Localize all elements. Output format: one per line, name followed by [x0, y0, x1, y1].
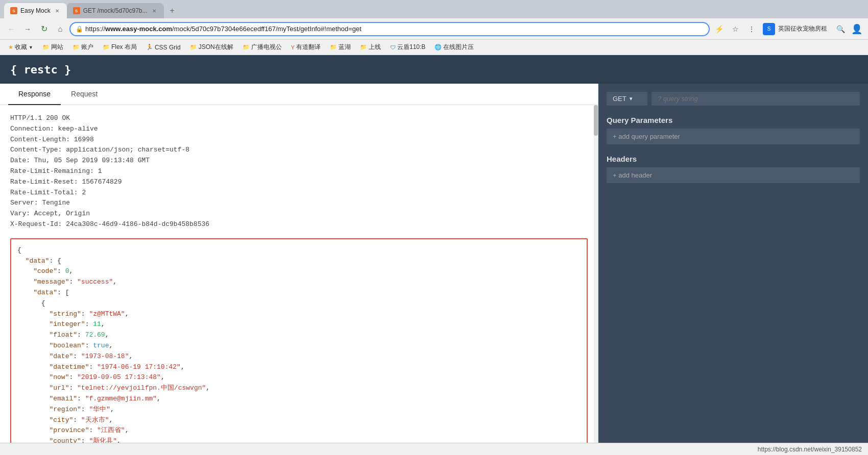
bookmark-label-8: 有道翻译 [296, 43, 321, 52]
url-input[interactable] [652, 92, 860, 106]
bookmark-online[interactable]: 📁 上线 [356, 41, 385, 53]
bookmark-label-2: 网站 [51, 43, 63, 52]
dropdown-icon: ▼ [29, 45, 33, 50]
header-line: Server: Tengine [10, 198, 588, 209]
header-line: Content-Type: application/json; charset=… [10, 145, 588, 156]
flex-icon: 📁 [103, 44, 110, 50]
nav-bar: ← → ↻ ⌂ 🔒 https://www.easy-mock.com/mock… [0, 18, 868, 40]
query-params-title: Query Parameters [607, 116, 860, 124]
extension-area: S 英国征收宠物房租 [761, 23, 831, 35]
tab-get[interactable]: S GET /mock/5d70c97b... ✕ [67, 3, 164, 18]
ext-logo: S [763, 23, 775, 35]
bookmark-label-3: 账户 [81, 43, 93, 52]
ssl-lock-icon: 🔒 [76, 26, 83, 33]
json-line: "now": "2019-09-05 17:13:48", [17, 372, 581, 383]
add-param-label: + add query parameter [613, 133, 680, 140]
right-panel: GET ▼ Query Parameters + add query param… [598, 84, 868, 443]
header-line: Vary: Accept, Origin [10, 209, 588, 219]
lanhu-icon: 📁 [330, 44, 337, 50]
bookmark-flex[interactable]: 📁 Flex 布局 [99, 41, 141, 53]
json-line: "data": { [17, 256, 581, 267]
json-line: "province": "江西省", [17, 425, 581, 436]
address-domain: www.easy-mock.com [105, 25, 172, 33]
new-tab-icon: + [170, 6, 175, 15]
header-line: Connection: keep-alive [10, 124, 588, 135]
bookmark-youdao[interactable]: Y 有道翻译 [287, 41, 325, 53]
app-header: { restc } [0, 55, 868, 84]
forward-button[interactable]: → [20, 22, 35, 36]
star-button[interactable]: ☆ [728, 22, 742, 36]
folder-icon-2: 📁 [42, 44, 50, 50]
tab-favicon-2: S [73, 7, 80, 14]
json-line: "message": "success", [17, 277, 581, 288]
json-response-box: { "data": { "code": 0, "message": "succe… [10, 238, 588, 443]
tab-request[interactable]: Request [61, 84, 108, 105]
bookmark-lanhu[interactable]: 📁 蓝湖 [326, 41, 355, 53]
tab-response[interactable]: Response [8, 84, 61, 105]
status-bar: https://blog.csdn.net/weixin_39150852 [0, 443, 868, 455]
bookmark-favorites[interactable]: ★ 收藏 ▼ [4, 41, 37, 53]
address-bar[interactable]: 🔒 https://www.easy-mock.com/mock/5d70c97… [69, 22, 710, 36]
response-tabs: Response Request [0, 84, 598, 105]
json-line: "string": "z@MTtWA", [17, 309, 581, 320]
address-protocol: https:// [85, 25, 105, 33]
response-content[interactable]: HTTP/1.1 200 OK Connection: keep-alive C… [0, 105, 598, 443]
add-header-label: + add header [613, 171, 652, 179]
method-select[interactable]: GET ▼ [607, 92, 647, 106]
query-params-section: Query Parameters + add query parameter [607, 116, 860, 144]
bookmark-label: 收藏 [15, 43, 27, 52]
json-line: "boolean": true, [17, 341, 581, 351]
header-line: HTTP/1.1 200 OK [10, 113, 588, 124]
bookmark-label-11: 云盾110:B [397, 43, 425, 52]
json-line: "code": 0, [17, 266, 581, 277]
youdao-icon: Y [291, 44, 295, 50]
left-panel: Response Request HTTP/1.1 200 OK Connect… [0, 84, 598, 443]
refresh-button[interactable]: ↻ [37, 22, 51, 36]
bookmark-label-5: CSS Grid [155, 44, 181, 51]
address-path: /mock/5d70c97b7304e66ecedff167/myTest/ge… [172, 25, 361, 33]
yunshield-icon: 🛡 [390, 44, 396, 50]
tab-bar: S Easy Mock ✕ S GET /mock/5d70c97b... ✕ … [0, 0, 868, 18]
bookmark-tv[interactable]: 📁 广播电视公 [238, 41, 286, 53]
folder-icon-3: 📁 [73, 44, 80, 50]
lightning-button[interactable]: ⚡ [712, 22, 726, 36]
more-button[interactable]: ⋮ [744, 22, 759, 36]
bookmark-cssgrid[interactable]: 🏃 CSS Grid [142, 42, 185, 53]
header-line: Rate-Limit-Remaining: 1 [10, 166, 588, 177]
bookmark-website[interactable]: 📁 网站 [38, 41, 67, 53]
search-button[interactable]: 🔍 [833, 22, 848, 36]
method-dropdown-icon: ▼ [629, 96, 634, 102]
tab-easy-mock[interactable]: S Easy Mock ✕ [4, 3, 67, 18]
add-header-button[interactable]: + add header [607, 167, 860, 183]
bookmark-label-7: 广播电视公 [251, 43, 282, 52]
json-line: "integer": 11, [17, 319, 581, 330]
add-query-param-button[interactable]: + add query parameter [607, 129, 860, 144]
browser-window: S Easy Mock ✕ S GET /mock/5d70c97b... ✕ … [0, 0, 868, 455]
bookmark-label-12: 在线图片压 [443, 43, 474, 52]
profile-button[interactable]: 👤 [850, 22, 864, 36]
bookmark-label-10: 上线 [369, 43, 381, 52]
tab-close-1[interactable]: ✕ [54, 7, 61, 14]
bookmark-label-6: JSON在线解 [199, 43, 233, 52]
headers-title: Headers [607, 155, 860, 163]
bookmark-json[interactable]: 📁 JSON在线解 [186, 41, 237, 53]
cssgrid-icon: 🏃 [146, 44, 153, 50]
json-line: "date": "1973-08-18", [17, 351, 581, 362]
new-tab-btn[interactable]: + [164, 3, 182, 18]
status-link: https://blog.csdn.net/weixin_39150852 [758, 446, 862, 453]
bookmark-yunshield[interactable]: 🛡 云盾110:B [386, 41, 429, 53]
json-line: "region": "华中", [17, 405, 581, 415]
json-line: "city": "天水市", [17, 415, 581, 426]
scrollbar-thumb[interactable] [594, 105, 598, 136]
bookmark-image[interactable]: 🌐 在线图片压 [430, 41, 478, 53]
tv-icon: 📁 [243, 44, 250, 50]
header-line: Rate-Limit-Total: 2 [10, 188, 588, 198]
response-headers: HTTP/1.1 200 OK Connection: keep-alive C… [10, 113, 588, 230]
back-button[interactable]: ← [4, 22, 18, 36]
bookmark-account[interactable]: 📁 账户 [68, 41, 98, 53]
header-line: Content-Length: 16998 [10, 135, 588, 145]
tab-close-2[interactable]: ✕ [151, 7, 158, 14]
home-button[interactable]: ⌂ [53, 22, 67, 36]
json-line: { [17, 245, 581, 256]
headers-section: Headers + add header [607, 155, 860, 183]
